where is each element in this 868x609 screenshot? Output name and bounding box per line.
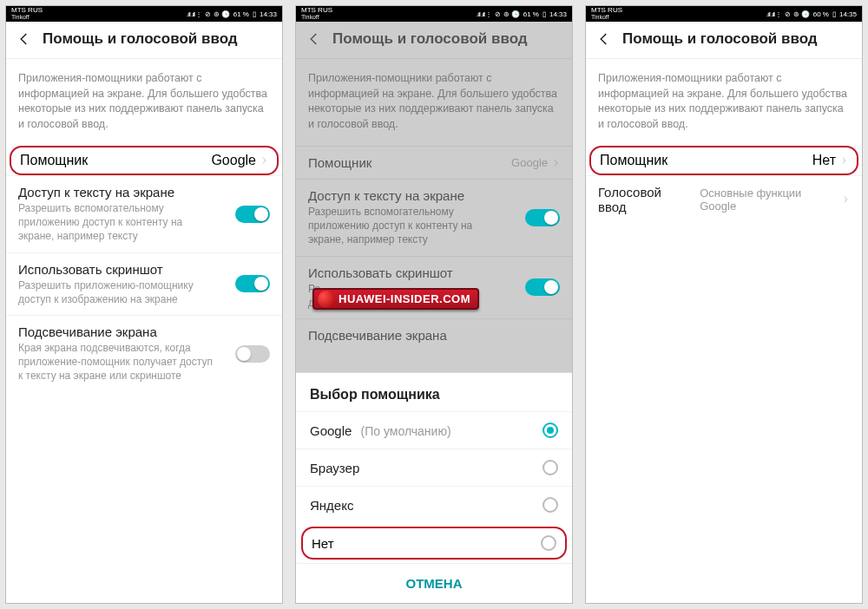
option-none-highlighted[interactable]: Нет bbox=[301, 527, 567, 560]
screenshot-title: Использовать скриншот bbox=[308, 265, 453, 280]
back-icon[interactable] bbox=[16, 31, 32, 47]
time: 14:33 bbox=[549, 10, 567, 18]
chevron-right-icon bbox=[839, 156, 848, 165]
carrier-1: MTS RUS bbox=[11, 7, 43, 14]
app-header: Помощь и голосовой ввод bbox=[586, 22, 862, 59]
assistant-row-highlighted[interactable]: Помощник Нет bbox=[589, 146, 858, 175]
app-header: Помощь и голосовой ввод bbox=[296, 22, 572, 59]
status-icons: ⊘ ⊛ 🕓 bbox=[495, 10, 519, 18]
flash-title: Подсвечивание экрана bbox=[308, 328, 560, 343]
settings-list: Приложения-помощники работают с информац… bbox=[586, 59, 862, 603]
option-yandex-label: Яндекс bbox=[310, 498, 353, 513]
radio-icon[interactable] bbox=[541, 535, 556, 551]
option-google[interactable]: Google (По умолчанию) bbox=[296, 411, 572, 449]
phone-screen-3: MTS RUS Tinkoff .ıll .ıll ⋮ ⊘ ⊛ 🕓 60 % ▯… bbox=[585, 5, 863, 604]
screen-text-sub: Разрешить вспомогательному приложению до… bbox=[308, 205, 508, 247]
page-title: Помощь и голосовой ввод bbox=[43, 30, 238, 48]
screenshot-row[interactable]: Использовать скриншот Разрешить приложен… bbox=[6, 252, 282, 315]
back-icon[interactable] bbox=[306, 31, 322, 47]
watermark-overlay: HUAWEI-INSIDER.COM bbox=[312, 288, 479, 310]
screen-text-title: Доступ к тексту на экране bbox=[308, 188, 508, 203]
signal-icon: .ıll .ıll ⋮ bbox=[477, 10, 491, 18]
app-header: Помощь и голосовой ввод bbox=[6, 22, 282, 59]
description-text: Приложения-помощники работают с информац… bbox=[586, 59, 862, 146]
assistant-label: Помощник bbox=[20, 153, 88, 168]
assistant-label: Помощник bbox=[308, 155, 372, 170]
battery-icon: ▯ bbox=[253, 10, 256, 18]
description-text: Приложения-помощники работают с информац… bbox=[6, 59, 282, 146]
screen-text-title: Доступ к тексту на экране bbox=[18, 185, 218, 200]
assistant-value: Google bbox=[211, 153, 256, 168]
time: 14:35 bbox=[839, 10, 857, 18]
flash-sub: Края экрана подсвечиваются, когда прилож… bbox=[18, 341, 218, 383]
page-title: Помощь и голосовой ввод bbox=[622, 30, 818, 48]
voice-input-value: Основные функции Google bbox=[700, 187, 838, 213]
status-icons: ⊘ ⊛ 🕓 bbox=[785, 10, 809, 18]
default-badge: (По умолчанию) bbox=[361, 424, 451, 438]
carrier-2: Tinkoff bbox=[11, 14, 43, 21]
battery-pct: 60 % bbox=[813, 10, 829, 18]
battery-pct: 61 % bbox=[233, 10, 249, 18]
time: 14:33 bbox=[260, 10, 277, 18]
screenshot-toggle[interactable] bbox=[525, 278, 560, 296]
screen-text-row[interactable]: Доступ к тексту на экране Разрешить вспо… bbox=[6, 175, 282, 252]
flash-row: Подсвечивание экрана bbox=[296, 318, 572, 351]
screen-text-toggle[interactable] bbox=[235, 206, 270, 223]
screen-text-toggle[interactable] bbox=[525, 209, 560, 226]
chevron-right-icon bbox=[841, 195, 850, 204]
screen-text-sub: Разрешить вспомогательному приложению до… bbox=[18, 201, 218, 244]
assistant-row-highlighted[interactable]: Помощник Google bbox=[10, 146, 279, 175]
screenshot-title: Использовать скриншот bbox=[18, 262, 218, 277]
screen-text-row[interactable]: Доступ к тексту на экране Разрешить вспо… bbox=[296, 179, 572, 256]
battery-pct: 61 % bbox=[523, 10, 539, 18]
option-google-label: Google bbox=[310, 423, 352, 438]
option-browser-label: Браузер bbox=[310, 461, 359, 475]
back-icon[interactable] bbox=[596, 31, 612, 47]
radio-icon[interactable] bbox=[542, 497, 558, 513]
radio-icon[interactable] bbox=[542, 460, 558, 475]
assistant-row[interactable]: Помощник Google bbox=[296, 146, 572, 179]
carrier-1: MTS RUS bbox=[591, 7, 622, 14]
carrier-2: Tinkoff bbox=[591, 14, 622, 21]
signal-icon: .ıll .ıll ⋮ bbox=[187, 10, 201, 18]
status-bar: MTS RUS Tinkoff .ıll .ıll ⋮ ⊘ ⊛ 🕓 61 % ▯… bbox=[296, 6, 572, 22]
cancel-button[interactable]: ОТМЕНА bbox=[296, 563, 572, 603]
flash-row[interactable]: Подсвечивание экрана Края экрана подсвеч… bbox=[6, 315, 282, 392]
assistant-value: Нет bbox=[812, 153, 836, 168]
settings-list-dimmed: Приложения-помощники работают с информац… bbox=[296, 59, 572, 603]
description-text: Приложения-помощники работают с информац… bbox=[296, 59, 572, 146]
voice-input-title: Голосовой ввод bbox=[598, 185, 691, 214]
assistant-picker-sheet: Выбор помощника Google (По умолчанию) Бр… bbox=[296, 372, 572, 603]
carrier-2: Tinkoff bbox=[301, 14, 332, 21]
carrier-1: MTS RUS bbox=[301, 7, 332, 14]
radio-selected-icon[interactable] bbox=[542, 422, 558, 438]
flash-toggle[interactable] bbox=[235, 345, 270, 363]
signal-icon: .ıll .ıll ⋮ bbox=[766, 10, 781, 18]
settings-list: Приложения-помощники работают с информац… bbox=[6, 59, 282, 603]
page-title: Помощь и голосовой ввод bbox=[332, 30, 528, 48]
chevron-right-icon bbox=[551, 159, 560, 167]
assistant-value: Google bbox=[511, 156, 548, 169]
voice-input-row[interactable]: Голосовой ввод Основные функции Google bbox=[586, 175, 862, 223]
status-icons: ⊘ ⊛ 🕓 bbox=[205, 10, 229, 18]
screenshot-toggle[interactable] bbox=[235, 275, 270, 292]
option-yandex[interactable]: Яндекс bbox=[296, 486, 572, 523]
battery-icon: ▯ bbox=[542, 10, 546, 18]
battery-icon: ▯ bbox=[832, 10, 836, 18]
watermark-text: HUAWEI-INSIDER.COM bbox=[312, 288, 479, 310]
status-bar: MTS RUS Tinkoff .ıll .ıll ⋮ ⊘ ⊛ 🕓 61 % ▯… bbox=[6, 6, 282, 22]
phone-screen-1: MTS RUS Tinkoff .ıll .ıll ⋮ ⊘ ⊛ 🕓 61 % ▯… bbox=[5, 5, 283, 604]
sheet-title: Выбор помощника bbox=[296, 373, 572, 411]
status-bar: MTS RUS Tinkoff .ıll .ıll ⋮ ⊘ ⊛ 🕓 60 % ▯… bbox=[586, 6, 862, 22]
chevron-right-icon bbox=[260, 156, 268, 165]
screenshot-sub: Разрешить приложению-помощнику доступ к … bbox=[18, 278, 218, 306]
option-none-label: Нет bbox=[312, 536, 334, 551]
flash-title: Подсвечивание экрана bbox=[18, 324, 218, 339]
assistant-label: Помощник bbox=[600, 153, 667, 168]
option-browser[interactable]: Браузер bbox=[296, 449, 572, 486]
